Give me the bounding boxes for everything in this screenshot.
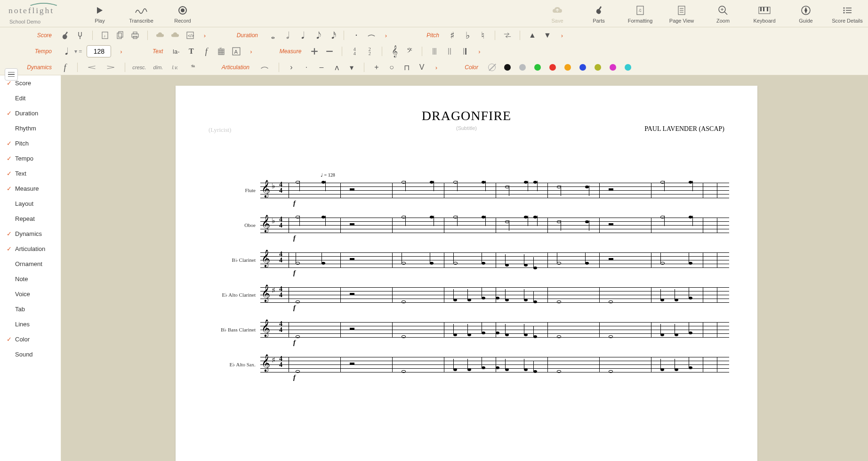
natural-button[interactable]: ♮: [475, 29, 490, 42]
sidebar-item-layout[interactable]: ✓Layout: [0, 196, 61, 211]
file-note-button[interactable]: ♪: [97, 29, 113, 42]
parts-button[interactable]: Parts: [578, 0, 619, 27]
color-none-button[interactable]: [488, 64, 496, 71]
tenuto-button[interactable]: –: [314, 61, 329, 74]
staff-oboe[interactable]: Oboe𝄞♭44f: [204, 218, 729, 233]
staff-b--bass-clarinet[interactable]: B♭ Bass Clarinet𝄞44f: [204, 322, 729, 337]
score-more-button[interactable]: ›: [198, 32, 212, 39]
octave-down-button[interactable]: ▼: [540, 29, 555, 42]
octave-up-button[interactable]: ▲: [525, 29, 540, 42]
chord-button[interactable]: D: [214, 45, 229, 58]
cresc-text-button[interactable]: cresc.: [130, 61, 149, 74]
sidebar-item-tab[interactable]: ✓Tab: [0, 301, 61, 316]
instruments-button[interactable]: [57, 29, 72, 42]
bass-clef-button[interactable]: 𝄢: [402, 45, 417, 58]
score-details-button[interactable]: Score Details: [827, 0, 868, 27]
color-blue[interactable]: [579, 64, 586, 71]
crescendo-button[interactable]: [82, 61, 101, 74]
pitch-more-button[interactable]: ›: [555, 32, 569, 39]
staff-e--alto-clarinet[interactable]: E♭ Alto Clarinet𝄞♯44f: [204, 287, 729, 302]
dim-text-button[interactable]: dim.: [149, 61, 168, 74]
text-more-button[interactable]: ›: [244, 48, 258, 55]
embed-button[interactable]: </>: [183, 29, 198, 42]
page-title[interactable]: DRAGONFIRE: [204, 108, 729, 123]
measure-more-button[interactable]: ›: [472, 48, 486, 55]
sidebar-item-text[interactable]: ✓Text: [0, 166, 61, 181]
guide-button[interactable]: Guide: [785, 0, 827, 27]
plus-artic-button[interactable]: +: [369, 61, 384, 74]
staff-e--alto-sax-[interactable]: E♭ Alto Sax.𝄞♯44f: [204, 357, 729, 372]
timesig-4-4-button[interactable]: 44: [347, 45, 362, 58]
keyboard-button[interactable]: Keyboard: [744, 0, 785, 27]
sidebar-item-color[interactable]: ✓Color: [0, 332, 61, 347]
timesig-cut-button[interactable]: 22: [362, 45, 377, 58]
downbow-button[interactable]: ⊓: [399, 61, 414, 74]
tempo-input[interactable]: [87, 45, 111, 57]
quarter-note-button[interactable]: 𝅘𝅥: [294, 29, 309, 42]
sidebar-item-lines[interactable]: ✓Lines: [0, 316, 61, 332]
whole-note-button[interactable]: 𝅝: [264, 29, 279, 42]
color-cyan[interactable]: [625, 64, 631, 71]
sidebar-item-duration[interactable]: ✓Duration: [0, 105, 61, 121]
eighth-note-button[interactable]: 𝅘𝅥𝅮: [309, 29, 324, 42]
print-button[interactable]: [128, 29, 143, 42]
staff-b--clarinet[interactable]: B♭ Clarinet𝄞44f: [204, 252, 729, 267]
page-composer[interactable]: PAUL LAVENDER (ASCAP): [644, 125, 724, 133]
enharmonic-button[interactable]: [500, 29, 515, 42]
tie-button[interactable]: [364, 29, 379, 42]
tempo-more-button[interactable]: ›: [114, 48, 128, 55]
palette-menu-button[interactable]: [5, 68, 18, 81]
color-orange[interactable]: [564, 64, 571, 71]
barline-final-button[interactable]: [457, 45, 472, 58]
color-gray[interactable]: [519, 64, 526, 71]
barline-single-button[interactable]: [427, 45, 442, 58]
zoom-button[interactable]: Zoom: [702, 0, 744, 27]
dynamic-text-button[interactable]: f: [199, 45, 214, 58]
sidebar-item-rhythm[interactable]: ✓Rhythm: [0, 121, 61, 136]
sidebar-item-edit[interactable]: ✓Edit: [0, 90, 61, 105]
decrescendo-button[interactable]: [101, 61, 120, 74]
copy-button[interactable]: [113, 29, 128, 42]
flat-button[interactable]: ♭: [460, 29, 475, 42]
sharp-button[interactable]: ♯: [445, 29, 460, 42]
slur-button[interactable]: [255, 61, 274, 74]
articulation-more-button[interactable]: ›: [429, 64, 443, 71]
sidebar-item-pitch[interactable]: ✓Pitch: [0, 136, 61, 151]
marcato-button[interactable]: ʌ: [329, 61, 344, 74]
rehearsal-button[interactable]: A: [229, 45, 244, 58]
color-olive[interactable]: [595, 64, 601, 71]
sidebar-item-articulation[interactable]: ✓Articulation: [0, 241, 61, 256]
pedal-button[interactable]: 𝆮: [183, 61, 201, 74]
lv-button[interactable]: l.v.: [168, 61, 183, 74]
text-button[interactable]: T: [184, 45, 199, 58]
sixteenth-note-button[interactable]: 𝅘𝅥𝅯: [324, 29, 339, 42]
color-black[interactable]: [504, 64, 511, 71]
open-button[interactable]: ○: [384, 61, 399, 74]
color-magenta[interactable]: [610, 64, 616, 71]
logo-block[interactable]: noteflight School Demo: [0, 0, 79, 24]
color-red[interactable]: [549, 64, 556, 71]
sidebar-item-measure[interactable]: ✓Measure: [0, 181, 61, 196]
duration-more-button[interactable]: ›: [379, 32, 393, 39]
page-view-button[interactable]: Page View: [661, 0, 702, 27]
save-button[interactable]: Save: [537, 0, 578, 27]
add-measure-button[interactable]: [307, 45, 322, 58]
half-note-button[interactable]: 𝅗𝅥: [279, 29, 294, 42]
play-button[interactable]: Play: [79, 0, 121, 27]
accent-button[interactable]: ›: [284, 61, 299, 74]
sidebar-item-tempo[interactable]: ✓Tempo: [0, 151, 61, 166]
staccatissimo-button[interactable]: ▾: [344, 61, 359, 74]
staccato-button[interactable]: ·: [299, 61, 314, 74]
sidebar-item-repeat[interactable]: ✓Repeat: [0, 211, 61, 226]
formatting-button[interactable]: ♫ Formatting: [619, 0, 661, 27]
cloud-down-button[interactable]: [153, 29, 168, 42]
sidebar-item-ornament[interactable]: ✓Ornament: [0, 256, 61, 271]
remove-measure-button[interactable]: [322, 45, 337, 58]
staff-flute[interactable]: Flute𝄞♭44f♩ = 128: [204, 183, 729, 198]
color-green[interactable]: [534, 64, 541, 71]
record-button[interactable]: Record: [162, 0, 203, 27]
sidebar-item-note[interactable]: ✓Note: [0, 271, 61, 286]
sidebar-item-sound[interactable]: ✓Sound: [0, 347, 61, 362]
transcribe-button[interactable]: Transcribe: [121, 0, 162, 27]
treble-clef-button[interactable]: 𝄞: [387, 45, 402, 58]
